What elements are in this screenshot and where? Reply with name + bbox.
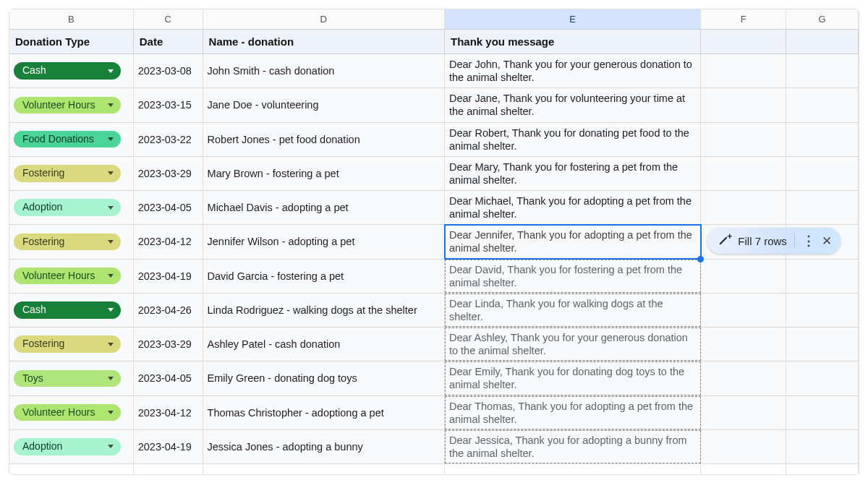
empty-cell[interactable]: [701, 191, 786, 224]
empty-cell[interactable]: [786, 54, 859, 87]
header-empty-g[interactable]: [786, 30, 859, 53]
column-letter-g[interactable]: G: [786, 9, 859, 29]
thank-you-message-cell[interactable]: Dear Robert, Thank you for donating pet …: [445, 123, 701, 156]
column-letter-e[interactable]: E: [445, 9, 701, 29]
column-letter-f[interactable]: F: [701, 9, 786, 29]
column-letter-d[interactable]: D: [203, 9, 445, 29]
donation-type-cell[interactable]: Volunteer Hours: [9, 396, 134, 429]
thank-you-message-cell[interactable]: Dear Jane, Thank you for volunteering yo…: [445, 88, 701, 121]
column-letter-c[interactable]: C: [134, 9, 203, 29]
date-cell[interactable]: 2023-03-22: [134, 123, 203, 156]
thank-you-message-cell[interactable]: Dear Mary, Thank you for fostering a pet…: [445, 157, 701, 190]
thank-you-message-cell[interactable]: Dear Thomas, Thank you for adopting a pe…: [445, 396, 701, 429]
more-options-button[interactable]: ⋮: [802, 234, 814, 247]
donation-type-chip[interactable]: Food Donations: [14, 131, 121, 148]
empty-cell[interactable]: [701, 157, 786, 190]
donation-type-cell[interactable]: Cash: [9, 54, 134, 87]
name-donation-cell[interactable]: Jessica Jones - adopting a bunny: [203, 430, 445, 463]
empty-cell[interactable]: [701, 396, 786, 429]
date-cell[interactable]: 2023-04-12: [134, 396, 203, 429]
name-donation-cell[interactable]: Michael Davis - adopting a pet: [203, 191, 445, 224]
donation-type-cell[interactable]: Volunteer Hours: [9, 260, 134, 293]
date-cell[interactable]: 2023-04-05: [134, 191, 203, 224]
header-name-donation[interactable]: Name - donation: [203, 30, 445, 53]
donation-type-cell[interactable]: Fostering: [9, 328, 134, 361]
donation-type-cell[interactable]: Volunteer Hours: [9, 88, 134, 121]
name-donation-cell[interactable]: Mary Brown - fostering a pet: [203, 157, 445, 190]
header-thank-you-message[interactable]: Thank you message: [445, 30, 701, 53]
date-cell[interactable]: 2023-03-29: [134, 157, 203, 190]
empty-cell[interactable]: [701, 430, 786, 463]
name-donation-cell[interactable]: David Garcia - fostering a pet: [203, 260, 445, 293]
date-cell[interactable]: 2023-04-26: [134, 294, 203, 327]
thank-you-message-cell[interactable]: Dear Michael, Thank you for adopting a p…: [445, 191, 701, 224]
empty-cell[interactable]: [701, 54, 786, 87]
empty-cell[interactable]: [701, 294, 786, 327]
donation-type-chip[interactable]: Volunteer Hours: [14, 404, 121, 421]
empty-cell[interactable]: [786, 260, 859, 293]
empty-cell[interactable]: [786, 157, 859, 190]
thank-you-message-cell[interactable]: Dear John, Thank you for your generous d…: [445, 54, 701, 87]
thank-you-message-cell[interactable]: Dear David, Thank you for fostering a pe…: [445, 260, 701, 293]
fill-rows-button[interactable]: Fill 7 rows: [738, 235, 787, 247]
empty-cell[interactable]: [134, 464, 203, 474]
empty-cell[interactable]: [786, 328, 859, 361]
donation-type-chip[interactable]: Adoption: [14, 199, 121, 216]
empty-cell[interactable]: [701, 328, 786, 361]
empty-cell[interactable]: [445, 464, 701, 474]
date-cell[interactable]: 2023-03-29: [134, 328, 203, 361]
empty-cell[interactable]: [786, 88, 859, 121]
donation-type-chip[interactable]: Adoption: [14, 438, 121, 455]
header-donation-type[interactable]: Donation Type: [9, 30, 134, 53]
empty-cell[interactable]: [203, 464, 445, 474]
empty-cell[interactable]: [786, 396, 859, 429]
empty-cell[interactable]: [701, 88, 786, 121]
date-cell[interactable]: 2023-04-19: [134, 260, 203, 293]
empty-cell[interactable]: [786, 430, 859, 463]
empty-cell[interactable]: [786, 464, 859, 474]
header-empty-f[interactable]: [701, 30, 786, 53]
thank-you-message-cell[interactable]: Dear Jennifer, Thank you for adopting a …: [445, 225, 701, 258]
empty-cell[interactable]: [786, 123, 859, 156]
name-donation-cell[interactable]: Jennifer Wilson - adopting a pet: [203, 225, 445, 258]
donation-type-cell[interactable]: Adoption: [9, 191, 134, 224]
selection-handle[interactable]: [697, 256, 704, 262]
donation-type-cell[interactable]: Fostering: [9, 225, 134, 258]
empty-cell[interactable]: [9, 464, 134, 474]
empty-cell[interactable]: [701, 260, 786, 293]
name-donation-cell[interactable]: Emily Green - donating dog toys: [203, 361, 445, 395]
date-cell[interactable]: 2023-03-15: [134, 88, 203, 121]
thank-you-message-cell[interactable]: Dear Linda, Thank you for walking dogs a…: [445, 294, 701, 327]
name-donation-cell[interactable]: Linda Rodriguez - walking dogs at the sh…: [203, 294, 445, 327]
name-donation-cell[interactable]: John Smith - cash donation: [203, 54, 445, 87]
donation-type-cell[interactable]: Fostering: [9, 157, 134, 190]
name-donation-cell[interactable]: Thomas Christopher - adoptiong a pet: [203, 396, 445, 429]
date-cell[interactable]: 2023-04-05: [134, 361, 203, 395]
empty-cell[interactable]: [786, 361, 859, 395]
thank-you-message-cell[interactable]: Dear Ashley, Thank you for your generous…: [445, 328, 701, 361]
donation-type-cell[interactable]: Adoption: [9, 430, 134, 463]
name-donation-cell[interactable]: Ashley Patel - cash donation: [203, 328, 445, 361]
name-donation-cell[interactable]: Jane Doe - volunteering: [203, 88, 445, 121]
header-date[interactable]: Date: [134, 30, 203, 53]
donation-type-cell[interactable]: Food Donations: [9, 123, 134, 156]
donation-type-chip[interactable]: Toys: [14, 370, 121, 388]
donation-type-chip[interactable]: Volunteer Hours: [14, 267, 121, 285]
thank-you-message-cell[interactable]: Dear Jessica, Thank you for adopting a b…: [445, 430, 701, 463]
column-letter-b[interactable]: B: [9, 9, 134, 29]
donation-type-chip[interactable]: Fostering: [14, 234, 121, 251]
empty-cell[interactable]: [701, 123, 786, 156]
donation-type-chip[interactable]: Cash: [14, 301, 121, 319]
donation-type-cell[interactable]: Toys: [9, 361, 134, 395]
empty-cell[interactable]: [786, 191, 859, 224]
donation-type-chip[interactable]: Volunteer Hours: [14, 97, 121, 114]
empty-cell[interactable]: [701, 361, 786, 395]
date-cell[interactable]: 2023-04-12: [134, 225, 203, 258]
donation-type-chip[interactable]: Fostering: [14, 165, 121, 182]
close-button[interactable]: ✕: [822, 235, 832, 247]
date-cell[interactable]: 2023-04-19: [134, 430, 203, 463]
thank-you-message-cell[interactable]: Dear Emily, Thank you for donating dog t…: [445, 361, 701, 395]
empty-cell[interactable]: [786, 294, 859, 327]
donation-type-chip[interactable]: Cash: [14, 62, 121, 80]
donation-type-cell[interactable]: Cash: [9, 294, 134, 327]
